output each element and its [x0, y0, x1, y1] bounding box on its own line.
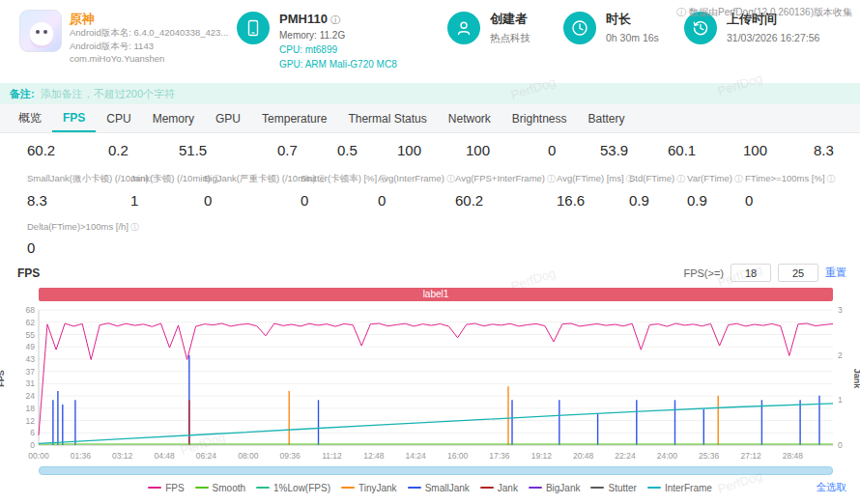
device-model: PMH110 [279, 12, 328, 26]
legend-item-InterFrame[interactable]: InterFrame [647, 483, 712, 493]
legend-color-mark [480, 487, 494, 489]
app-name: 原神 [70, 12, 228, 26]
info-icon[interactable]: ⓘ [330, 14, 340, 25]
chart-label-banner[interactable]: label1 [39, 288, 833, 301]
duration-block: 时长 0h 30m 16s [563, 10, 684, 83]
tab-GPU[interactable]: GPU [205, 104, 251, 132]
svg-text:37: 37 [26, 367, 36, 377]
legend-item-Stutter[interactable]: Stutter [590, 483, 636, 493]
tab-Network[interactable]: Network [438, 104, 502, 132]
svg-text:55: 55 [26, 330, 36, 340]
stat-cell: Std(FTime)ⓘ0.9 [629, 173, 687, 209]
person-icon [447, 12, 480, 44]
stat-label: Var(FTime)ⓘ [687, 173, 745, 185]
svg-text:03:12: 03:12 [112, 451, 133, 461]
tab-Brightness[interactable]: Brightness [502, 104, 578, 132]
tab-Memory[interactable]: Memory [142, 104, 205, 132]
legend-row: FPSSmooth1%Low(FPS)TinyJankSmallJankJank… [0, 479, 860, 496]
svg-text:16:00: 16:00 [447, 451, 469, 461]
device-memory: Memory: 11.2G [279, 28, 397, 42]
fps-chart[interactable]: 0612182431374349556268012300:0001:3603:1… [0, 304, 860, 466]
stat-cell: SmallJank(微小卡顿) (/10min)ⓘ8.3 [27, 173, 130, 209]
stat-value: 0 [745, 192, 860, 209]
fps-chart-section: FPS FPS(>=) 重置 label1 FPS 06121824313743… [0, 256, 860, 496]
tab-Battery[interactable]: Battery [578, 104, 636, 132]
legend-color-mark [408, 487, 421, 489]
stat-label: Std(FTime)ⓘ [629, 173, 687, 185]
info-icon[interactable]: ⓘ [446, 174, 455, 183]
stat-value: 0.7 [277, 142, 337, 158]
svg-text:2: 2 [838, 350, 843, 360]
fps-threshold-input-1[interactable] [731, 264, 771, 282]
stat-label: FTime>=100ms [%]ⓘ [745, 173, 860, 185]
duration-value: 0h 30m 16s [606, 32, 659, 43]
fps-threshold-label: FPS(>=) [683, 267, 724, 279]
legend-color-mark [341, 487, 355, 489]
info-icon[interactable]: ⓘ [734, 174, 743, 183]
svg-text:1: 1 [838, 395, 843, 405]
stat-cell: Avg(FTime) [ms]ⓘ16.6 [557, 173, 629, 209]
svg-text:6: 6 [30, 428, 35, 437]
info-icon[interactable]: ⓘ [130, 222, 139, 232]
tab-Temperature[interactable]: Temperature [251, 104, 337, 132]
stat-value: 100 [743, 142, 814, 158]
stat-cell: Avg(InterFrame)ⓘ0 [378, 173, 455, 209]
tab-bar: 概览FPSCPUMemoryGPUTemperatureThermal Stat… [0, 104, 860, 133]
creator-block: 创建者 热点科技 [447, 10, 563, 83]
stats-delta: Delta(FTime)>100ms [/h]ⓘ 0 [0, 221, 860, 256]
svg-text:14:24: 14:24 [406, 451, 427, 461]
chart-controls: FPS(>=) 重置 [683, 264, 846, 282]
stat-value: 53.9 [600, 142, 668, 158]
tab-概览[interactable]: 概览 [8, 104, 52, 132]
stat-value: 60.2 [27, 142, 108, 158]
svg-text:25:36: 25:36 [699, 451, 720, 461]
stat-label: Avg(FTime) [ms]ⓘ [557, 173, 629, 185]
tab-FPS[interactable]: FPS [52, 104, 96, 132]
app-icon [19, 10, 62, 52]
duration-label: 时长 [606, 12, 659, 27]
tab-CPU[interactable]: CPU [96, 104, 141, 132]
info-icon[interactable]: ⓘ [827, 174, 836, 183]
stat-cell: Avg(FPS+InterFrame)ⓘ60.2 [455, 173, 557, 209]
legend-item-Smooth[interactable]: Smooth [195, 483, 245, 493]
svg-text:01:36: 01:36 [71, 451, 92, 461]
device-gpu: GPU: ARM Mali-G720 MC8 [279, 57, 397, 71]
reset-link[interactable]: 重置 [825, 266, 846, 280]
chart-scrollbar[interactable] [39, 466, 833, 475]
svg-text:0: 0 [30, 440, 35, 450]
svg-text:20:48: 20:48 [573, 451, 594, 461]
stats-grid: SmallJank(微小卡顿) (/10min)ⓘ8.3Jank(卡顿) (/1… [0, 173, 860, 209]
legend-color-mark [590, 487, 604, 489]
device-cpu: CPU: mt6899 [279, 42, 397, 57]
fps-threshold-input-2[interactable] [778, 264, 818, 282]
svg-text:68: 68 [26, 305, 36, 315]
legend-item-Jank[interactable]: Jank [480, 483, 518, 493]
stat-value: 51.5 [179, 142, 277, 158]
legend-item-FPS[interactable]: FPS [148, 483, 184, 493]
header: 原神 Android版本名: 6.4.0_42040338_423... And… [0, 0, 860, 83]
legend-item-1%Low(FPS)[interactable]: 1%Low(FPS) [256, 483, 330, 493]
info-icon[interactable]: ⓘ [547, 174, 556, 183]
y-axis-title-left: FPS [0, 370, 6, 387]
legend-item-SmallJank[interactable]: SmallJank [408, 483, 470, 493]
svg-text:00:00: 00:00 [28, 451, 49, 461]
legend-color-mark [195, 487, 209, 489]
legend-item-TinyJank[interactable]: TinyJank [341, 483, 397, 493]
info-icon[interactable]: ⓘ [676, 174, 685, 183]
stat-cell: Stutter(卡顿率) [%]ⓘ0 [301, 173, 378, 209]
select-all-link[interactable]: 全选取 [817, 481, 847, 494]
tab-Thermal Status[interactable]: Thermal Status [337, 104, 437, 132]
svg-text:24:00: 24:00 [657, 451, 678, 461]
app-package: com.miHoYo.Yuanshen [70, 52, 228, 66]
delta-label: Delta(FTime)>100ms [/h] [27, 221, 129, 232]
svg-text:62: 62 [26, 318, 36, 327]
note-bar[interactable]: 备注: 添加备注，不超过200个字符 [0, 83, 860, 104]
legend-item-BigJank[interactable]: BigJank [529, 483, 581, 493]
stat-cell: BigJank(严重卡顿) (/10min)ⓘ0 [204, 173, 301, 209]
stat-label: Avg(FPS+InterFrame)ⓘ [455, 173, 557, 185]
creator-label: 创建者 [490, 12, 530, 27]
stat-cell: Jank(卡顿) (/10min)ⓘ1 [130, 173, 204, 209]
stat-cell: Var(FTime)ⓘ0.9 [687, 173, 745, 209]
svg-text:12:48: 12:48 [363, 451, 385, 461]
stat-label: SmallJank(微小卡顿) (/10min)ⓘ [27, 173, 130, 185]
